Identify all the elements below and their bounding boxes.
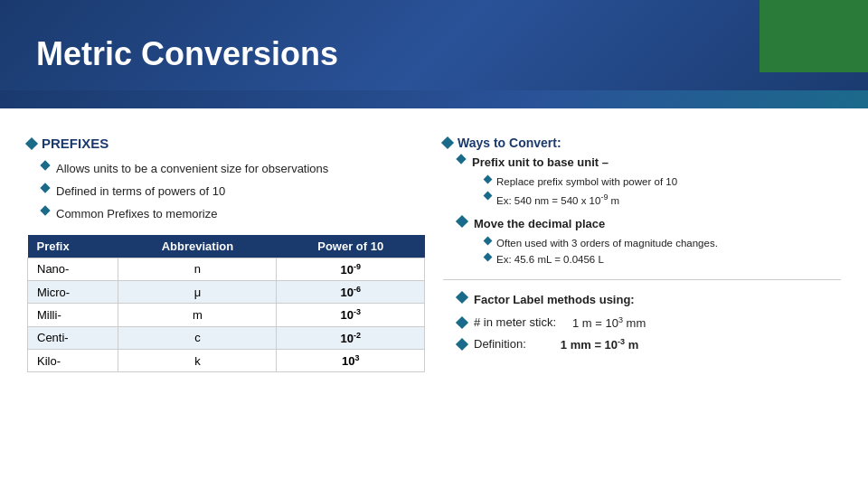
table-row: Milli-m10-3 <box>28 304 425 326</box>
table-row: Nano-n10-9 <box>28 258 425 280</box>
factor-value: 1 m = 103 mm <box>572 315 646 330</box>
table-header-power: Power of 10 <box>277 235 425 258</box>
table-cell-abbr: c <box>118 326 277 349</box>
item-label: Prefix unit to base unit – <box>472 155 609 171</box>
divider <box>443 279 841 280</box>
bullet-icon <box>25 136 38 149</box>
prefix-table: Prefix Abbreviation Power of 10 Nano-n10… <box>27 235 425 373</box>
bullet-icon <box>456 316 468 329</box>
factor-value: 1 mm = 10-3 m <box>561 337 638 352</box>
right-sub-item: Ex: 45.6 mL = 0.0456 L <box>485 254 841 265</box>
subsub-bullet-icon <box>484 252 493 261</box>
factor-item: # in meter stick: 1 m = 103 mm <box>458 315 841 330</box>
right-column: Ways to Convert: Prefix unit to base uni… <box>443 136 841 470</box>
subsub-bullet-icon <box>484 191 493 200</box>
factor-label: Factor Label methods using: <box>474 293 635 308</box>
decoration-box <box>760 0 868 72</box>
slide: Metric Conversions PREFIXES Allows units… <box>0 0 868 488</box>
list-item: Common Prefixes to memorize <box>42 207 425 222</box>
table-row: Micro-μ10-6 <box>28 281 425 304</box>
table-cell-abbr: k <box>118 349 277 371</box>
left-column: PREFIXES Allows units to be a convenient… <box>27 136 425 470</box>
item-text: Ex: 45.6 mL = 0.0456 L <box>496 254 604 265</box>
table-cell-power: 10-9 <box>277 258 425 280</box>
factor-prefix: Definition: <box>474 337 526 351</box>
right-list-item: Move the decimal place <box>458 217 841 232</box>
ways-section-title: Ways to Convert: <box>443 136 841 150</box>
table-cell-abbr: μ <box>118 281 277 304</box>
sub-bullet-icon <box>40 160 50 170</box>
table-cell-power: 10-2 <box>277 326 425 349</box>
item-text: Often used with 3 orders of magnitude ch… <box>496 238 718 249</box>
table-cell-power: 10-6 <box>277 281 425 304</box>
table-row: Kilo-k103 <box>28 349 425 371</box>
subsub-bullet-icon <box>484 174 493 183</box>
right-list-item: Prefix unit to base unit – <box>458 155 841 171</box>
page-title: Metric Conversions <box>36 35 338 73</box>
item-text: Ex: 540 nm = 540 x 10-9 m <box>496 192 619 206</box>
right-sub-item: Often used with 3 orders of magnitude ch… <box>485 238 841 249</box>
sub-bullet-icon <box>40 183 50 192</box>
bullet-icon <box>456 215 468 228</box>
item-label: Move the decimal place <box>474 217 605 232</box>
right-sub-item: Replace prefix symbol with power of 10 <box>485 176 841 187</box>
table-cell-prefix: Micro- <box>28 281 118 304</box>
factor-item: Definition: 1 mm = 10-3 m <box>458 337 841 352</box>
item-text: Replace prefix symbol with power of 10 <box>496 176 677 187</box>
factor-prefix: # in meter stick: <box>474 315 556 329</box>
sub-bullet-icon <box>40 205 50 215</box>
right-sub-item: Ex: 540 nm = 540 x 10-9 m <box>485 192 841 206</box>
table-cell-power: 103 <box>277 349 425 371</box>
item-text: Common Prefixes to memorize <box>56 207 217 222</box>
bullet-icon <box>441 136 454 149</box>
table-cell-abbr: m <box>118 304 277 326</box>
header: Metric Conversions <box>0 0 868 108</box>
subsub-bullet-icon <box>484 236 493 245</box>
table-cell-prefix: Kilo- <box>28 349 118 371</box>
prefixes-section-title: PREFIXES <box>27 136 425 151</box>
list-item: Defined in terms of powers of 10 <box>42 184 425 200</box>
table-row: Centi-c10-2 <box>28 326 425 349</box>
item-text: Allows units to be a convenient size for… <box>56 162 328 177</box>
bullet-icon <box>456 338 468 351</box>
item-text: Defined in terms of powers of 10 <box>56 184 225 200</box>
table-cell-prefix: Nano- <box>28 258 118 280</box>
list-item: Allows units to be a convenient size for… <box>42 162 425 177</box>
table-header-abbr: Abbreviation <box>118 235 277 258</box>
table-cell-prefix: Centi- <box>28 326 118 349</box>
bullet-icon <box>456 291 468 304</box>
main-content: PREFIXES Allows units to be a convenient… <box>0 108 868 488</box>
table-cell-abbr: n <box>118 258 277 280</box>
table-cell-prefix: Milli- <box>28 304 118 326</box>
table-header-prefix: Prefix <box>28 235 118 258</box>
table-cell-power: 10-3 <box>277 304 425 326</box>
factor-label-item: Factor Label methods using: <box>458 293 841 308</box>
sub-bullet-icon <box>456 154 466 164</box>
